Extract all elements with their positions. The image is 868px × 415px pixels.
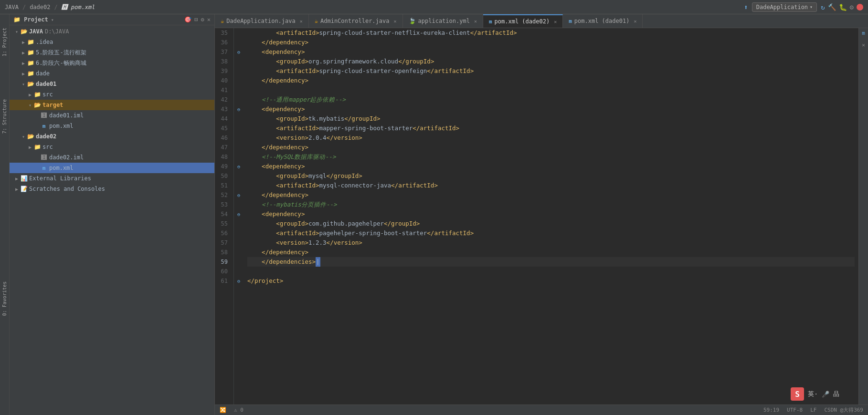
tree-item-scratches[interactable]: ▶ 📝 Scratches and Consoles <box>10 184 214 194</box>
title-bar: JAVA / dade02 / 🅼 pom.xml ⬆ DadeApplicat… <box>0 0 868 14</box>
watermark-mic-icon: 🎤 <box>822 391 829 398</box>
tree-label-dade01-iml: dade01.iml <box>49 112 84 119</box>
tab-dadeapp[interactable]: ☕ DadeApplication.java ✕ <box>215 14 309 28</box>
folder-icon-dade01: 📂 <box>27 81 34 87</box>
structure-side-label[interactable]: 7: Structure <box>1 97 8 135</box>
status-warnings: ⚠ 0 <box>234 407 243 413</box>
tab-close-pom02[interactable]: ✕ <box>554 19 557 24</box>
tab-icon-adminctrl: ☕ <box>315 18 318 24</box>
code-line-40: </dependency> <box>247 76 855 85</box>
tree-label-dade01-src: src <box>42 91 53 98</box>
gutter-52[interactable]: ⊖ <box>234 190 243 200</box>
tab-label-adminctrl: AdminController.java <box>320 18 390 24</box>
gutter-54[interactable]: ⊖ <box>234 209 243 219</box>
gutter-44 <box>234 114 243 124</box>
refresh-icon[interactable]: ↻ <box>821 3 825 11</box>
gutter-49[interactable]: ⊖ <box>234 162 243 171</box>
code-line-57: <version>1.2.3</version> <box>247 238 855 248</box>
tree-item-idea[interactable]: ▶ 📁 .idea <box>10 37 214 47</box>
project-dropdown-icon[interactable]: ▾ <box>51 17 54 22</box>
tree-item-dade01[interactable]: ▾ 📂 dade01 <box>10 79 214 89</box>
favorites-side-label[interactable]: 0: Favorites <box>1 280 8 318</box>
gutter-41 <box>234 85 243 95</box>
locate-icon[interactable]: 🎯 <box>184 16 191 23</box>
tab-close-adminctrl[interactable]: ✕ <box>394 19 397 24</box>
line-num-50: 50 <box>217 171 230 181</box>
tree-item-dade02-src[interactable]: ▶ 📁 src <box>10 142 214 152</box>
tree-item-java-root[interactable]: ▾ 📂 JAVA D:\JAVA <box>10 26 214 37</box>
tree-item-dade01-iml[interactable]: 🅸 dade01.iml <box>10 110 214 121</box>
gutter-46 <box>234 133 243 143</box>
gutter-37[interactable]: ⊖ <box>234 47 243 57</box>
tab-close-appyml[interactable]: ✕ <box>474 19 477 24</box>
tree-item-extlib[interactable]: ▶ 📊 External Libraries <box>10 173 214 184</box>
tab-appyml[interactable]: 🍃 application.yml ✕ <box>403 14 483 28</box>
line-num-61: 61 <box>217 276 230 286</box>
folder-icon-phase5: 📁 <box>27 49 34 56</box>
settings-icon[interactable]: ⚙ <box>850 3 854 11</box>
code-line-47: </dependency> <box>247 143 855 152</box>
hide-panel-icon[interactable]: ✕ <box>207 16 211 23</box>
build-icon[interactable]: 🔨 <box>828 3 836 11</box>
line-num-36: 36 <box>217 38 230 47</box>
tree-item-dade01-pom[interactable]: m pom.xml <box>10 121 214 131</box>
gutter-36 <box>234 38 243 47</box>
tree-arrow-extlib: ▶ <box>13 176 20 181</box>
tree-item-phase6[interactable]: ▶ 📁 6.阶段六-畅购商城 <box>10 58 214 68</box>
gutter-43[interactable]: ⊖ <box>234 104 243 114</box>
editor-body: 35 36 37 38 39 40 41 42 43 44 45 46 47 4… <box>215 28 868 405</box>
tab-pom01[interactable]: m pom.xml (dade01) ✕ <box>563 14 643 28</box>
code-line-36: </dependency> <box>247 38 855 47</box>
code-line-59: </dependencies>| <box>247 257 855 267</box>
tree-label-dade01-target: target <box>42 102 63 108</box>
watermark-text1: 英· <box>808 390 818 398</box>
debug-icon[interactable]: 🐛 <box>839 3 847 11</box>
tree-item-dade02-iml[interactable]: 🅸 dade02.iml <box>10 152 214 163</box>
tree-item-dade[interactable]: ▶ 📁 dade <box>10 68 214 79</box>
collapse-icon[interactable]: ⊟ <box>194 16 198 23</box>
close-right-icon[interactable]: ✕ <box>862 42 865 48</box>
code-line-49: <dependency> <box>247 162 855 171</box>
line-num-39: 39 <box>217 66 230 76</box>
status-bar-right: 59:19 UTF-8 LF CSDN @大得369 <box>763 406 863 414</box>
line-num-58: 58 <box>217 248 230 257</box>
line-num-38: 38 <box>217 57 230 66</box>
line-num-43: 43 <box>217 104 230 114</box>
code-area[interactable]: <artifactId>spring-cloud-starter-netflix… <box>243 28 858 405</box>
maven-icon[interactable]: m <box>862 30 865 36</box>
settings-panel-icon[interactable]: ⚙ <box>201 16 204 23</box>
watermark-s-icon: S <box>791 387 804 401</box>
tab-pom02[interactable]: m pom.xml (dade02) ✕ <box>483 14 563 28</box>
folder-icon-idea: 📁 <box>27 39 34 45</box>
line-num-52: 52 <box>217 190 230 200</box>
breadcrumb-java: JAVA <box>5 4 19 10</box>
project-side-label[interactable]: 1: Project <box>1 26 8 58</box>
tree-item-dade01-target[interactable]: ▾ 📂 target <box>10 100 214 110</box>
tab-close-dadeapp[interactable]: ✕ <box>300 19 303 24</box>
close-button[interactable] <box>857 4 863 10</box>
tree-item-dade01-src[interactable]: ▶ 📁 src <box>10 89 214 100</box>
run-config[interactable]: DadeApplication ▾ <box>752 2 817 12</box>
tree-item-dade02-pom[interactable]: m pom.xml <box>10 163 214 173</box>
extlib-icon: 📊 <box>20 175 28 182</box>
breadcrumb-sep1: / <box>22 4 26 10</box>
nav-back-icon[interactable]: ⬆ <box>744 3 748 11</box>
tree-item-phase5[interactable]: ▶ 📁 5.阶段五-流行框架 <box>10 47 214 58</box>
gutter-61[interactable]: ⊖ <box>234 276 243 286</box>
tree-label-dade01: dade01 <box>36 81 56 87</box>
tree-item-dade02[interactable]: ▾ 📂 dade02 <box>10 131 214 142</box>
gutter: ⊖ ⊖ ⊖ ⊖ ⊖ <box>234 28 243 405</box>
code-line-52: </dependency> <box>247 190 855 200</box>
tab-label-pom02: pom.xml (dade02) <box>495 18 550 25</box>
tree-label-dade: dade <box>36 70 50 77</box>
tab-adminctrl[interactable]: ☕ AdminController.java ✕ <box>309 14 403 28</box>
run-config-dropdown-icon[interactable]: ▾ <box>810 4 813 10</box>
folder-icon-dade02: 📂 <box>27 133 34 140</box>
code-line-44: <groupId>tk.mybatis</groupId> <box>247 114 855 124</box>
tab-close-pom01[interactable]: ✕ <box>634 19 636 24</box>
gutter-60 <box>234 267 243 276</box>
tab-bar: ☕ DadeApplication.java ✕ ☕ AdminControll… <box>215 14 868 28</box>
tree-label-scratches: Scratches and Consoles <box>29 186 105 192</box>
watermark: S 英· 🎤 品 <box>791 387 839 401</box>
line-num-48: 48 <box>217 152 230 162</box>
